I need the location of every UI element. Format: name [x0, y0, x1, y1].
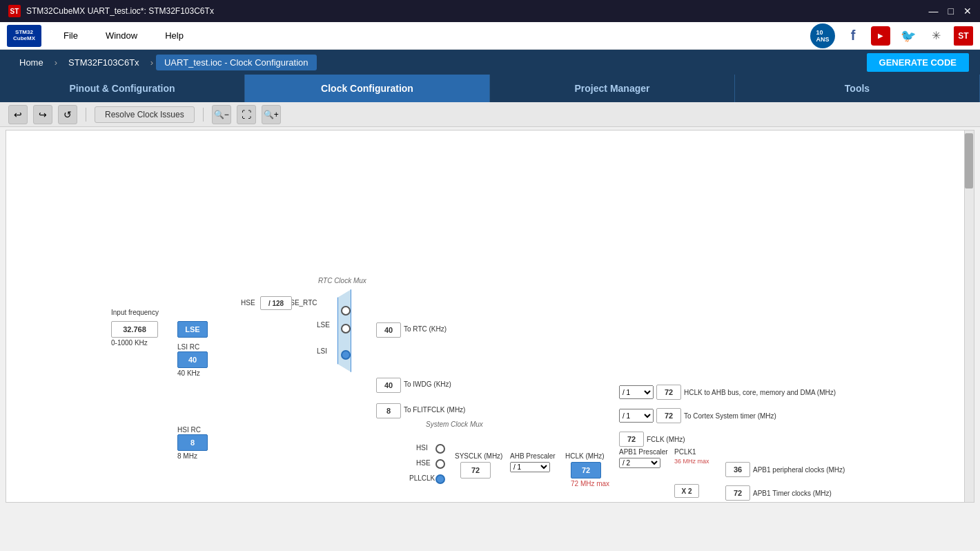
sysclk-label: SYSCLK (MHz) — [455, 452, 502, 460]
zoom-out-button[interactable]: 🔍− — [212, 105, 231, 124]
twitter-icon[interactable]: 🐦 — [899, 26, 918, 46]
cortex-prescaler[interactable]: / 1 — [619, 409, 654, 423]
div128-box[interactable]: / 128 — [260, 296, 292, 310]
breadcrumb-home[interactable]: Home — [11, 55, 52, 70]
rtc-mux-label: RTC Clock Mux — [318, 277, 366, 284]
toolbar-separator — [86, 108, 86, 122]
apb1-periph-value[interactable]: 36 — [725, 462, 750, 477]
tab-bar: Pinout & Configuration Clock Configurati… — [0, 75, 980, 102]
to-iwdg-label: To IWDG (KHz) — [404, 380, 451, 388]
to-flitf-value[interactable]: 8 — [376, 403, 401, 418]
input-freq-label: Input frequency — [111, 309, 159, 316]
zoom-in-button[interactable]: 🔍+ — [262, 105, 281, 124]
maximize-button[interactable]: □ — [948, 6, 954, 17]
apb1-timer-row: 72 APB1 Timer clocks (MHz) — [725, 485, 832, 501]
window-controls[interactable]: — □ ✕ — [929, 6, 972, 17]
cortex-label: To Cortex System timer (MHz) — [684, 412, 776, 420]
fclk-row: 72 FCLK (MHz) — [619, 432, 685, 447]
breadcrumb-sep1: › — [55, 57, 57, 68]
app-logo: STM32CubeMX — [7, 25, 41, 47]
breadcrumb-current[interactable]: UART_test.ioc - Clock Configuration — [156, 55, 317, 70]
redo-button[interactable]: ↪ — [33, 105, 52, 124]
scrollbar-thumb[interactable] — [965, 133, 973, 188]
hclk-ahb-value[interactable]: 72 — [656, 385, 681, 400]
to-rtc-label: To RTC (KHz) — [404, 325, 447, 333]
apb1-prescaler-label: APB1 Prescaler — [619, 448, 668, 456]
lsi-rc-unit: 40 KHz — [177, 369, 200, 377]
toolbar: ↩ ↪ ↺ Resolve Clock Issues 🔍− ⛶ 🔍+ — [0, 102, 980, 127]
facebook-icon[interactable]: f — [843, 26, 863, 46]
pclk1-label: PCLK1 — [674, 448, 696, 456]
hclk-ahb-prescaler[interactable]: / 1 — [619, 385, 654, 399]
youtube-icon[interactable]: ▶ — [871, 26, 890, 46]
ahb-prescaler-select[interactable]: / 1 / 2 — [510, 462, 550, 472]
to-flitf-label: To FLITFCLK (MHz) — [404, 406, 465, 414]
lsi-mux-label: LSI — [317, 347, 327, 355]
breadcrumb-bar: Home › STM32F103C6Tx › UART_test.ioc - C… — [0, 50, 980, 75]
sys-clk-mux-label: System Clock Mux — [426, 420, 483, 428]
tab-pinout[interactable]: Pinout & Configuration — [0, 75, 245, 102]
x2-box[interactable]: X 2 — [674, 484, 699, 498]
cortex-row: / 1 72 To Cortex System timer (MHz) — [619, 408, 776, 423]
resolve-clock-button[interactable]: Resolve Clock Issues — [95, 106, 195, 123]
sys-radio-pll[interactable] — [435, 474, 445, 484]
fclk-value[interactable]: 72 — [619, 432, 644, 447]
hclk-max: 72 MHz max — [571, 480, 609, 487]
sys-radio-hse[interactable] — [435, 459, 445, 469]
hsi-rc-label: HSI RC — [177, 426, 201, 434]
close-button[interactable]: ✕ — [963, 6, 972, 17]
network-icon[interactable]: ✳ — [926, 26, 945, 46]
hse-label: HSE — [241, 299, 255, 307]
hclk-label: HCLK (MHz) — [565, 452, 605, 460]
breadcrumb-sep2: › — [150, 57, 153, 68]
minimize-button[interactable]: — — [929, 6, 939, 17]
to-rtc-value[interactable]: 40 — [376, 322, 401, 338]
input-freq-range-lse: 0-1000 KHz — [111, 339, 148, 347]
cortex-value[interactable]: 72 — [656, 408, 681, 423]
tab-tools[interactable]: Tools — [735, 75, 980, 102]
apb1-periph-row: 36 APB1 peripheral clocks (MHz) — [725, 462, 845, 477]
apb1-prescaler-select[interactable]: / 2 / 1 — [619, 458, 660, 468]
rtc-radio-hse[interactable] — [341, 306, 351, 316]
pclk1-max: 36 MHz max — [674, 458, 709, 465]
apb1-periph-label: APB1 peripheral clocks (MHz) — [753, 466, 845, 474]
fit-button[interactable]: ⛶ — [237, 105, 256, 124]
rtc-radio-lsi[interactable] — [341, 350, 351, 360]
menubar: STM32CubeMX File Window Help 10ANS f ▶ 🐦… — [0, 22, 980, 50]
lse-mux-label: LSE — [317, 321, 330, 329]
titlebar: ST STM32CubeMX UART_test.ioc*: STM32F103… — [0, 0, 980, 22]
tab-project[interactable]: Project Manager — [490, 75, 735, 102]
rtc-radio-lse[interactable] — [341, 324, 351, 334]
st-brand-icon: ST — [954, 26, 973, 46]
breadcrumb-mcu[interactable]: STM32F103C6Tx — [60, 55, 148, 70]
refresh-button[interactable]: ↺ — [58, 105, 77, 124]
app-icon: ST — [8, 5, 21, 17]
menu-file[interactable]: File — [58, 28, 84, 44]
apb1-timer-label: APB1 Timer clocks (MHz) — [753, 490, 832, 497]
apb1-timer-value[interactable]: 72 — [725, 485, 750, 501]
lsi-rc-label: LSI RC — [177, 343, 199, 351]
hsi-rc-box[interactable]: 8 — [177, 434, 208, 451]
menu-help[interactable]: Help — [159, 28, 189, 44]
to-iwdg-value[interactable]: 40 — [376, 378, 401, 393]
hsi-rc-unit: 8 MHz — [177, 452, 197, 460]
tab-clock[interactable]: Clock Configuration — [245, 75, 490, 102]
sysclk-value[interactable]: 72 — [460, 462, 491, 478]
hsi-sys-label: HSI — [416, 444, 428, 452]
menu-window[interactable]: Window — [100, 28, 143, 44]
generate-code-button[interactable]: GENERATE CODE — [867, 53, 969, 72]
lsi-rc-box[interactable]: 40 — [177, 351, 208, 368]
version-badge: 10ANS — [810, 23, 835, 48]
hclk-value[interactable]: 72 — [571, 462, 601, 478]
hclk-ahb-row: / 1 72 HCLK to AHB bus, core, memory and… — [619, 385, 836, 400]
input-freq-value-lse[interactable]: 32.768 — [111, 321, 158, 338]
hclk-ahb-label: HCLK to AHB bus, core, memory and DMA (M… — [684, 389, 836, 396]
toolbar-separator2 — [203, 108, 204, 122]
app-title: STM32CubeMX UART_test.ioc*: STM32F103C6T… — [26, 6, 214, 16]
undo-button[interactable]: ↩ — [8, 105, 28, 124]
pllclk-sys-label: PLLCLK — [409, 474, 435, 482]
sys-radio-hsi[interactable] — [435, 444, 445, 454]
vertical-scrollbar[interactable] — [964, 130, 974, 502]
lse-box[interactable]: LSE — [177, 321, 208, 338]
hse-sys-label: HSE — [416, 459, 431, 467]
